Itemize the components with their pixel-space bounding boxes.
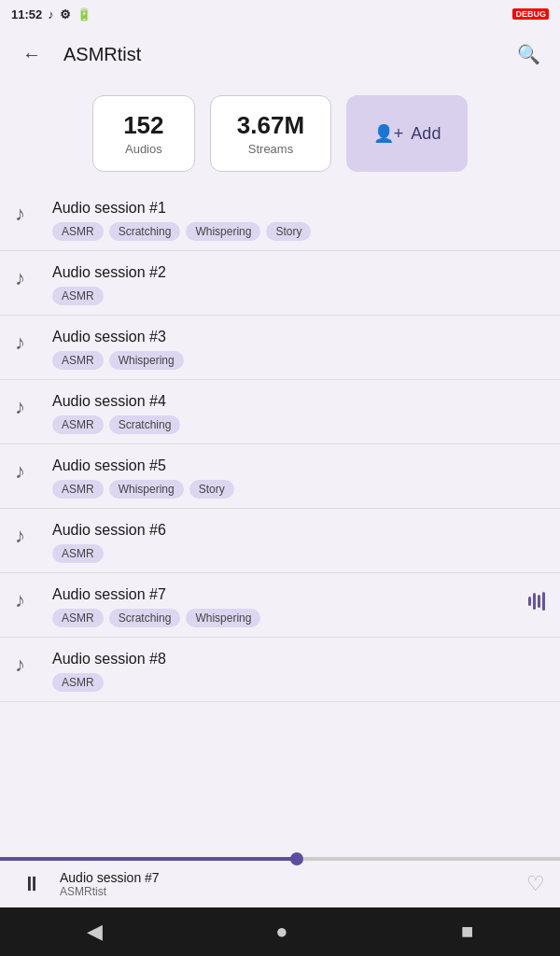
tag-asmr: ASMR xyxy=(52,609,104,627)
tag-whispering: Whispering xyxy=(109,480,184,499)
tag-asmr: ASMR xyxy=(52,287,104,305)
audio-item-8[interactable]: ♪Audio session #8ASMR xyxy=(0,638,560,702)
app-title: ASMRtist xyxy=(63,44,497,65)
audio-tags-3: ASMRWhispering xyxy=(52,351,545,370)
tag-whispering: Whispering xyxy=(186,222,260,241)
playing-animation-icon xyxy=(528,592,545,611)
audios-label: Audios xyxy=(119,142,168,156)
audio-info-7: Audio session #7ASMRScratchingWhispering xyxy=(52,586,513,627)
add-label: Add xyxy=(411,124,441,144)
streams-label: Streams xyxy=(237,142,304,156)
audio-item-4[interactable]: ♪Audio session #4ASMRScratching xyxy=(0,380,560,444)
audio-title-2: Audio session #2 xyxy=(52,264,545,281)
audio-list: ♪Audio session #1ASMRScratchingWhisperin… xyxy=(0,187,560,857)
status-left: 11:52 ♪ ⚙ 🔋 xyxy=(11,7,91,21)
square-nav-icon[interactable]: ■ xyxy=(442,912,492,951)
audio-info-3: Audio session #3ASMRWhispering xyxy=(52,329,545,370)
audio-info-4: Audio session #4ASMRScratching xyxy=(52,393,545,434)
tag-story: Story xyxy=(189,480,234,499)
tag-asmr: ASMR xyxy=(52,480,104,499)
audio-tags-2: ASMR xyxy=(52,287,545,305)
pause-button[interactable]: ⏸ xyxy=(15,872,49,896)
music-status-icon: ♪ xyxy=(48,7,54,21)
tag-story: Story xyxy=(266,222,311,241)
audio-tags-7: ASMRScratchingWhispering xyxy=(52,609,513,627)
tag-scratching: Scratching xyxy=(109,415,181,434)
player-bar: ⏸ Audio session #7 ASMRtist ♡ xyxy=(0,857,560,907)
add-button[interactable]: 👤+ Add xyxy=(346,95,468,172)
tag-asmr: ASMR xyxy=(52,351,104,370)
audio-title-6: Audio session #6 xyxy=(52,522,545,539)
music-note-icon: ♪ xyxy=(15,524,37,548)
audio-title-8: Audio session #8 xyxy=(52,651,545,668)
tag-asmr: ASMR xyxy=(52,415,104,434)
app-bar: ← ASMRtist 🔍 xyxy=(0,28,560,80)
tag-asmr: ASMR xyxy=(52,222,104,241)
music-note-icon: ♪ xyxy=(15,653,37,677)
stats-section: 152 Audios 3.67M Streams 👤+ Add xyxy=(0,80,560,187)
tag-scratching: Scratching xyxy=(109,609,181,627)
status-bar: 11:52 ♪ ⚙ 🔋 DEBUG xyxy=(0,0,560,28)
audio-title-5: Audio session #5 xyxy=(52,457,545,474)
audio-tags-6: ASMR xyxy=(52,544,545,563)
audio-title-1: Audio session #1 xyxy=(52,200,545,217)
settings-status-icon: ⚙ xyxy=(60,7,71,21)
tag-asmr: ASMR xyxy=(52,544,104,563)
audio-title-4: Audio session #4 xyxy=(52,393,545,410)
audio-tags-5: ASMRWhisperingStory xyxy=(52,480,545,499)
music-note-icon: ♪ xyxy=(15,266,37,290)
audio-item-5[interactable]: ♪Audio session #5ASMRWhisperingStory xyxy=(0,444,560,509)
streams-stat: 3.67M Streams xyxy=(210,95,331,172)
tag-scratching: Scratching xyxy=(109,222,181,241)
back-button[interactable]: ← xyxy=(15,37,49,71)
audio-tags-8: ASMR xyxy=(52,673,545,692)
audio-info-5: Audio session #5ASMRWhisperingStory xyxy=(52,457,545,499)
audio-title-3: Audio session #3 xyxy=(52,329,545,345)
audio-item-7[interactable]: ♪Audio session #7ASMRScratchingWhisperin… xyxy=(0,573,560,638)
audios-value: 152 xyxy=(119,111,168,140)
tag-asmr: ASMR xyxy=(52,673,104,692)
player-artist: ASMRtist xyxy=(60,885,515,898)
audio-item-2[interactable]: ♪Audio session #2ASMR xyxy=(0,251,560,316)
music-note-icon: ♪ xyxy=(15,330,37,355)
tag-whispering: Whispering xyxy=(109,351,184,370)
debug-badge: DEBUG xyxy=(512,8,549,20)
tag-whispering: Whispering xyxy=(186,609,260,627)
audio-info-2: Audio session #2ASMR xyxy=(52,264,545,305)
search-button[interactable]: 🔍 xyxy=(511,37,545,71)
music-note-icon: ♪ xyxy=(15,202,37,226)
audio-info-6: Audio session #6ASMR xyxy=(52,522,545,563)
status-right: DEBUG xyxy=(512,8,549,20)
progress-dot xyxy=(290,852,303,865)
progress-bar-container[interactable] xyxy=(0,857,560,861)
player-controls: ⏸ Audio session #7 ASMRtist ♡ xyxy=(0,861,560,907)
audio-title-7: Audio session #7 xyxy=(52,586,513,603)
audio-item-1[interactable]: ♪Audio session #1ASMRScratchingWhisperin… xyxy=(0,187,560,251)
player-title: Audio session #7 xyxy=(60,870,515,885)
home-nav-icon[interactable]: ● xyxy=(257,912,306,951)
time: 11:52 xyxy=(11,7,42,21)
music-note-icon: ♪ xyxy=(15,395,37,419)
favorite-button[interactable]: ♡ xyxy=(526,872,545,896)
add-person-icon: 👤+ xyxy=(373,123,404,144)
audio-item-3[interactable]: ♪Audio session #3ASMRWhispering xyxy=(0,316,560,380)
streams-value: 3.67M xyxy=(237,111,304,140)
audio-tags-4: ASMRScratching xyxy=(52,415,545,434)
music-note-icon: ♪ xyxy=(15,588,37,612)
battery-status-icon: 🔋 xyxy=(77,7,91,21)
audio-info-8: Audio session #8ASMR xyxy=(52,651,545,692)
audio-tags-1: ASMRScratchingWhisperingStory xyxy=(52,222,545,241)
back-nav-icon[interactable]: ◀ xyxy=(68,912,121,951)
audios-stat: 152 Audios xyxy=(92,95,195,172)
player-info: Audio session #7 ASMRtist xyxy=(60,870,515,898)
music-note-icon: ♪ xyxy=(15,459,37,484)
nav-bar: ◀ ● ■ xyxy=(0,907,560,956)
audio-info-1: Audio session #1ASMRScratchingWhispering… xyxy=(52,200,545,241)
audio-item-6[interactable]: ♪Audio session #6ASMR xyxy=(0,509,560,573)
progress-bar-fill xyxy=(0,857,297,861)
